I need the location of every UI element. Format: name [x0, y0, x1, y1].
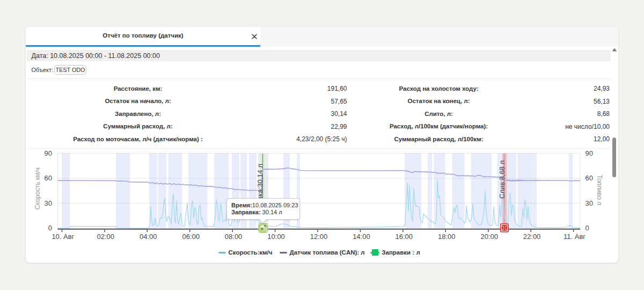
svg-text:10. Авг: 10. Авг: [52, 233, 74, 241]
svg-text:0: 0: [48, 224, 52, 232]
svg-text:14:00: 14:00: [353, 233, 370, 241]
svg-text:30: 30: [45, 199, 52, 207]
svg-text:Слив:8,68 л: Слив:8,68 л: [498, 161, 506, 199]
svg-text:Скорость км/ч: Скорость км/ч: [34, 168, 41, 209]
svg-text:60: 60: [586, 174, 593, 182]
svg-text:06:00: 06:00: [182, 233, 200, 241]
svg-text:04:00: 04:00: [140, 233, 157, 241]
svg-text:11. Авг: 11. Авг: [564, 233, 586, 241]
svg-text:08:00: 08:00: [225, 233, 243, 241]
svg-text:90: 90: [586, 149, 593, 157]
svg-text:Топливо л: Топливо л: [596, 175, 603, 206]
svg-text:0: 0: [586, 224, 589, 232]
svg-text:90: 90: [45, 149, 52, 157]
svg-text:60: 60: [45, 174, 52, 182]
svg-text:02:00: 02:00: [97, 233, 115, 241]
svg-text:10:00: 10:00: [267, 233, 285, 241]
svg-text:18:00: 18:00: [438, 233, 456, 241]
svg-text:30: 30: [586, 199, 593, 207]
svg-text:16:00: 16:00: [396, 233, 413, 241]
svg-text:20:00: 20:00: [480, 233, 498, 241]
svg-text:22:00: 22:00: [523, 233, 541, 241]
svg-text:12:00: 12:00: [310, 233, 328, 241]
